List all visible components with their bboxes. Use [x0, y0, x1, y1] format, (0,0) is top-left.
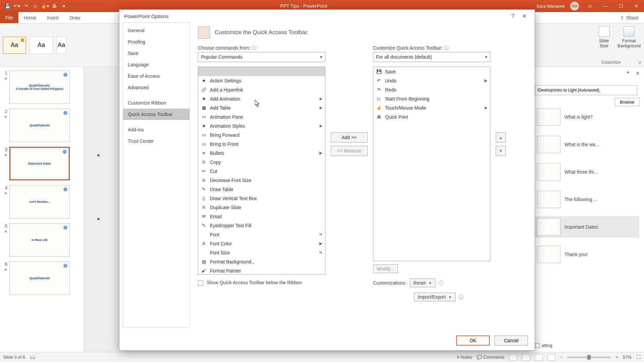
ok-button[interactable]: OK [456, 336, 490, 346]
browse-button[interactable]: Browse [615, 98, 639, 106]
command-item[interactable]: ⎘ Duplicate Slide [198, 203, 325, 212]
undo-icon[interactable]: ↶▾ [13, 2, 21, 10]
close-icon[interactable]: ✕ [629, 0, 644, 12]
command-item[interactable]: ▭ Bring to Front [198, 139, 325, 148]
close-pane-icon[interactable]: ✕ [636, 70, 640, 76]
slide-panel[interactable]: 1 ★ Quadrilaterals: A Parade of Four-Sid… [0, 67, 84, 352]
slideshow-view-icon[interactable] [547, 354, 555, 361]
command-item[interactable]: Font I▾ [198, 230, 325, 239]
qat-item[interactable]: ↶ Undo |▶ [373, 76, 490, 85]
info-icon[interactable]: i [459, 295, 464, 299]
comments-button[interactable]: 💬 Comments [477, 355, 504, 360]
slide-thumbnail-item[interactable]: 5 ★ In Real Life [2, 223, 82, 257]
qat-item[interactable]: ↷ Redo [373, 85, 490, 94]
command-item[interactable]: ★ Action Settings [198, 76, 325, 85]
command-item[interactable]: ≡ Bullets |▶ [198, 148, 325, 158]
maximize-icon[interactable]: ☐ [613, 0, 629, 12]
slide-thumbnail-item[interactable]: 1 ★ Quadrilaterals: A Parade of Four-Sid… [2, 70, 82, 104]
zoom-slider[interactable] [567, 357, 611, 358]
sidebar-item-language[interactable]: Language [123, 59, 190, 70]
redo-icon[interactable]: ↷ [22, 2, 30, 10]
choose-commands-combo[interactable]: Popular Commands ▼ [198, 52, 325, 62]
save-icon[interactable]: 💾 [3, 2, 11, 10]
command-item[interactable]: ✎ Draw Table [198, 185, 325, 194]
command-item[interactable]: ✂ Cut [198, 167, 325, 176]
command-item[interactable]: ▯ Draw Vertical Text Box [198, 194, 325, 203]
info-icon[interactable]: i [252, 46, 256, 50]
notes-button[interactable]: ≡ Notes [457, 355, 472, 360]
slide-thumbnail[interactable]: Quadrilaterals [9, 109, 70, 142]
import-export-button[interactable]: Import/Export▼ [414, 293, 455, 301]
slide-thumbnail-item[interactable]: 4 ★ Let's Review... [2, 185, 82, 219]
collapse-ribbon-icon[interactable]: ⋁ [638, 60, 641, 65]
start-from-beginning-icon[interactable]: ▷ [32, 2, 40, 10]
slide-thumbnail[interactable]: In Real Life [9, 223, 70, 257]
fit-window-icon[interactable]: ⛶ [636, 355, 641, 360]
slide-thumbnail[interactable]: Important Dates [9, 147, 70, 180]
slide-thumbnail[interactable]: Let's Review... [9, 185, 70, 219]
move-up-button[interactable]: ▲ [496, 132, 506, 142]
sidebar-item-advanced[interactable]: Advanced [123, 82, 190, 93]
remove-button[interactable]: << Remove [331, 146, 368, 156]
reset-button[interactable]: Reset▼ [410, 279, 435, 287]
show-below-ribbon-checkbox[interactable] [198, 281, 203, 286]
normal-view-icon[interactable] [509, 354, 517, 361]
ribbon-options-icon[interactable]: ▭ [582, 0, 598, 12]
qat-more-icon[interactable]: ▾ [60, 2, 68, 10]
zoom-in-icon[interactable]: + [615, 355, 618, 360]
tab-home[interactable]: Home [18, 12, 42, 23]
reuse-slide-item[interactable]: What is the wa... [535, 134, 639, 155]
command-item[interactable]: ✉ Email [198, 212, 325, 221]
command-item[interactable]: ★ Animation Styles ▶ [198, 121, 325, 130]
sidebar-item-general[interactable]: General [123, 25, 190, 36]
qat-item[interactable]: 💾 Save [373, 67, 490, 76]
keep-formatting-checkbox[interactable]: atting [535, 343, 552, 348]
slide-thumbnail-item[interactable]: 3 ★ Important Dates [2, 147, 82, 180]
sidebar-item-add-ins[interactable]: Add-ins [123, 124, 190, 135]
theme-thumbnail[interactable]: Aa [30, 37, 53, 54]
command-item[interactable]: ✎ Eyedropper Text Fill [198, 221, 325, 230]
zoom-level[interactable]: 57% [623, 355, 632, 360]
slide-thumbnail-item[interactable]: 6 ★ Quadrilaterals [2, 261, 82, 295]
sorter-view-icon[interactable] [522, 354, 530, 361]
sidebar-item-proofing[interactable]: Proofing [123, 36, 190, 48]
qat-item[interactable]: ☝ Touch/Mouse Mode ▶ [373, 103, 490, 112]
dialog-close-icon[interactable]: ✕ [519, 10, 530, 22]
sidebar-item-ease-of-access[interactable]: Ease of Access [123, 70, 190, 82]
command-item[interactable]: ⎘ Copy [198, 158, 325, 167]
slide-thumbnail-item[interactable]: 2 ★ Quadrilaterals [2, 109, 82, 142]
pane-options-icon[interactable]: ▼ [626, 70, 630, 74]
touch-mouse-icon[interactable]: ☝▾ [41, 2, 49, 10]
qat-item[interactable]: ▷ Start From Beginning [373, 94, 490, 103]
qat-item[interactable]: 🖶 Quick Print [373, 112, 490, 121]
slide-thumbnail[interactable]: Quadrilaterals: A Parade of Four-Sided P… [9, 70, 70, 104]
minimize-icon[interactable]: — [598, 0, 613, 12]
help-icon[interactable]: ? [507, 10, 519, 22]
zoom-out-icon[interactable]: − [560, 355, 563, 360]
format-background-button[interactable]: Format Background [618, 26, 641, 48]
avatar[interactable]: SW [570, 2, 579, 10]
customize-qat-combo[interactable]: For all documents (default) ▼ [373, 52, 490, 62]
theme-thumbnail[interactable]: Aa [3, 37, 26, 54]
command-item[interactable]: A Decrease Font Size [198, 176, 325, 185]
reuse-slide-item[interactable]: Thank you! [535, 244, 639, 265]
info-icon[interactable]: i [444, 46, 449, 50]
sidebar-item-trust-center[interactable]: Trust Center [123, 135, 190, 147]
tab-draw[interactable]: Draw [64, 12, 86, 23]
reuse-slide-item[interactable]: Important Dates: [535, 216, 639, 238]
reuse-slide-item[interactable]: The following ... [535, 189, 639, 210]
command-item[interactable] [198, 67, 325, 76]
quick-print-icon[interactable]: 🖶 [50, 2, 58, 10]
modify-button[interactable]: Modify... [373, 264, 398, 273]
info-icon[interactable]: i [439, 281, 443, 285]
reuse-slide-item[interactable]: What is light? [535, 106, 639, 128]
sidebar-item-save[interactable]: Save [123, 48, 190, 59]
sidebar-item-quick-access-toolbar[interactable]: Quick Access Toolbar [123, 109, 190, 120]
command-item[interactable]: 🔗 Add a Hyperlink [198, 85, 325, 94]
available-commands-list[interactable]: ★ Action Settings 🔗 Add a Hyperlink ★ Ad… [198, 67, 325, 275]
command-item[interactable]: 🖌 Format Painter [198, 266, 325, 275]
command-item[interactable]: A Font Color |▶ [198, 239, 325, 248]
command-item[interactable]: ▧ Format Background... [198, 257, 325, 266]
move-down-button[interactable]: ▼ [496, 146, 506, 156]
command-item[interactable]: ▭ Animation Pane [198, 112, 325, 121]
